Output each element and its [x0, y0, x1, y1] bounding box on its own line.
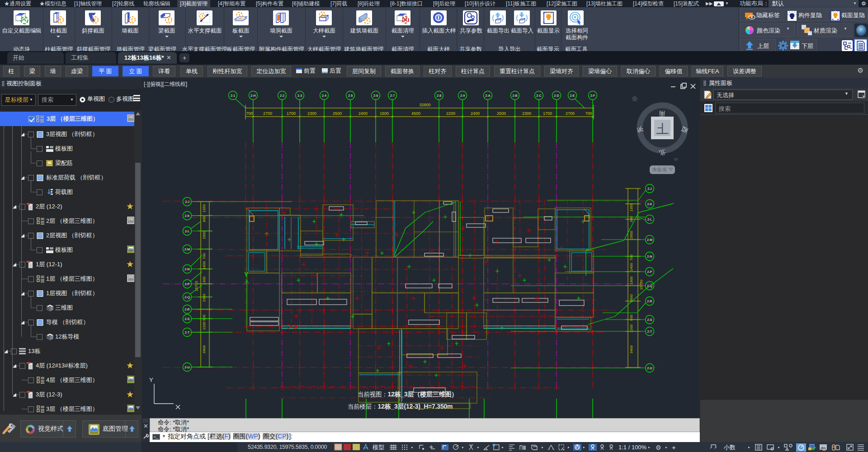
svg-text:2-J: 2-J — [185, 200, 189, 203]
svg-text:300: 300 — [202, 216, 206, 222]
svg-text:2-6: 2-6 — [373, 94, 378, 97]
svg-text:2-3: 2-3 — [297, 94, 302, 97]
svg-text:700: 700 — [629, 254, 633, 261]
svg-text:15750: 15750 — [639, 279, 643, 290]
svg-text:当前视图：12栋_3层（楼层三维图）: 当前视图：12栋_3层（楼层三维图） — [358, 391, 458, 398]
svg-text:2-S: 2-S — [647, 318, 652, 321]
svg-text:1:1 / 100%: 1:1 / 100% — [618, 444, 647, 451]
svg-text:2-2: 2-2 — [280, 94, 284, 97]
svg-text:小数: 小数 — [723, 444, 736, 451]
svg-text:2-E: 2-E — [570, 94, 575, 97]
svg-text:1400: 1400 — [629, 263, 633, 271]
svg-text:2200: 2200 — [446, 111, 455, 116]
svg-text:2-R: 2-R — [184, 308, 189, 311]
svg-text:2900: 2900 — [202, 231, 206, 239]
svg-text:上: 上 — [656, 122, 669, 136]
svg-text:32800: 32800 — [419, 103, 430, 107]
svg-text:1350: 1350 — [202, 204, 206, 212]
svg-text:+: + — [672, 443, 676, 451]
svg-text:2-K: 2-K — [647, 202, 652, 206]
svg-text:2-8: 2-8 — [437, 94, 441, 97]
svg-text:Y: Y — [149, 377, 153, 383]
svg-text:2900: 2900 — [629, 231, 633, 239]
svg-text:Y: Y — [244, 271, 249, 278]
svg-text:1200: 1200 — [202, 322, 206, 330]
svg-text:2-M: 2-M — [184, 248, 190, 251]
svg-text:2-A: 2-A — [486, 94, 491, 97]
svg-text:2-J: 2-J — [647, 187, 652, 190]
svg-text:700: 700 — [202, 253, 206, 259]
svg-text:2700: 2700 — [566, 111, 575, 116]
svg-text:2400: 2400 — [359, 111, 368, 116]
svg-text:3400: 3400 — [202, 345, 206, 353]
svg-text:2-F: 2-F — [590, 94, 595, 97]
svg-text:2-B: 2-B — [513, 94, 518, 97]
svg-text:2400: 2400 — [471, 111, 480, 116]
svg-text:2-N: 2-N — [184, 268, 189, 271]
svg-text:当前楼层：12栋_3层(12-3)_H=7.350m: 当前楼层：12栋_3层(12-3)_H=7.350m — [348, 403, 453, 410]
svg-text:2300: 2300 — [202, 294, 206, 302]
svg-text:2-U: 2-U — [647, 367, 652, 370]
svg-text:4500: 4500 — [411, 111, 420, 116]
svg-text:2-L: 2-L — [647, 218, 652, 221]
svg-text:2700: 2700 — [263, 111, 272, 116]
svg-text:2300: 2300 — [522, 111, 531, 116]
svg-text:2-N: 2-N — [647, 255, 652, 258]
svg-text:2-7: 2-7 — [390, 94, 395, 97]
svg-text:2-T: 2-T — [647, 330, 652, 333]
svg-text:2-M: 2-M — [647, 238, 652, 241]
svg-text:2-1: 2-1 — [231, 94, 235, 97]
svg-text:2-U: 2-U — [184, 366, 189, 369]
svg-text:1300: 1300 — [629, 277, 633, 285]
svg-text:1400: 1400 — [202, 261, 206, 269]
svg-text:未命名: 未命名 — [652, 167, 667, 172]
svg-text:1700: 1700 — [287, 111, 296, 116]
svg-text:2-C: 2-C — [536, 94, 541, 97]
svg-text:1700: 1700 — [543, 111, 552, 116]
svg-text:X: X — [294, 323, 298, 330]
svg-text:1350: 1350 — [629, 203, 633, 212]
svg-text:2-R: 2-R — [647, 300, 652, 303]
svg-text:[-][俯视][二维线框]: [-][俯视][二维线框] — [144, 81, 187, 87]
svg-text:2-H: 2-H — [250, 94, 255, 97]
svg-text:700: 700 — [585, 111, 592, 116]
svg-text:2500: 2500 — [333, 111, 342, 116]
svg-text:2-L: 2-L — [185, 230, 189, 233]
svg-text:2-K: 2-K — [185, 214, 190, 217]
svg-text:2-4: 2-4 — [322, 94, 326, 97]
svg-text:2-5: 2-5 — [348, 94, 353, 97]
svg-text:2-P: 2-P — [647, 270, 652, 273]
svg-text:⚙: ⚙ — [656, 444, 661, 451]
svg-text:700: 700 — [246, 111, 253, 116]
svg-text:南: 南 — [659, 110, 665, 118]
svg-text:2-D: 2-D — [554, 94, 559, 97]
svg-text:2300: 2300 — [307, 111, 316, 116]
svg-text:1300: 1300 — [202, 277, 206, 285]
svg-text:2-T: 2-T — [185, 331, 190, 334]
svg-text:2-S: 2-S — [185, 317, 190, 320]
svg-text:1500: 1500 — [380, 111, 389, 116]
svg-text:2-9: 2-9 — [460, 94, 465, 97]
svg-text:2-P: 2-P — [185, 282, 190, 286]
svg-text:3400: 3400 — [629, 345, 633, 353]
svg-text:9600: 9600 — [629, 294, 633, 302]
svg-text:900: 900 — [202, 315, 206, 321]
svg-text:2-Q: 2-Q — [184, 296, 190, 299]
svg-text:模型: 模型 — [372, 444, 384, 451]
svg-text:2500: 2500 — [497, 111, 506, 116]
